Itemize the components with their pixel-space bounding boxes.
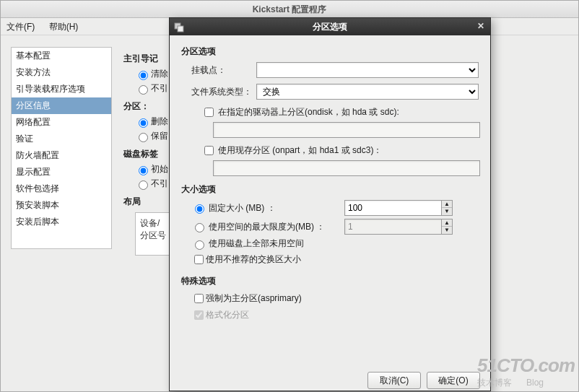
window-icon bbox=[174, 21, 184, 31]
part-keep-radio[interactable] bbox=[139, 133, 148, 142]
fs-select[interactable]: 交换 bbox=[256, 84, 479, 100]
asprimary-label: 强制为主分区(asprimary) bbox=[206, 292, 302, 305]
sidebar-item-partition[interactable]: 分区信息 bbox=[12, 97, 111, 114]
max-size-spinner[interactable]: ▲▼ bbox=[441, 219, 453, 235]
sidebar-item-post[interactable]: 安装后脚本 bbox=[12, 214, 111, 230]
mbr-no-label: 不引 bbox=[151, 83, 168, 93]
fixed-size-input[interactable] bbox=[344, 200, 441, 216]
sidebar-item-network[interactable]: 网络配置 bbox=[12, 114, 111, 131]
max-size-input[interactable] bbox=[344, 219, 441, 235]
cancel-button[interactable]: 取消(C) bbox=[367, 372, 421, 389]
mount-label: 挂载点： bbox=[191, 64, 256, 77]
max-size-radio[interactable] bbox=[195, 223, 204, 232]
dialog-title-text: 分区选项 bbox=[313, 22, 347, 32]
ondisk-label: 在指定的驱动器上分区(ondisk，如 hda 或 sdc): bbox=[218, 106, 399, 118]
disklabel-no-label: 不引 bbox=[151, 178, 168, 188]
max-size-label: 使用空间的最大限度为(MB) ： bbox=[209, 221, 336, 233]
dialog-body: 分区选项 挂载点： 文件系统类型： 交换 在指定的驱动器上分区(ondisk，如… bbox=[170, 35, 490, 329]
sidebar-item-auth[interactable]: 验证 bbox=[12, 131, 111, 147]
noswap-label: 使用不推荐的交换区大小 bbox=[206, 253, 301, 266]
mbr-clear-label: 清除 bbox=[151, 69, 168, 79]
watermark-sub: 技术博客 bbox=[477, 378, 512, 388]
sidebar-item-firewall[interactable]: 防火墙配置 bbox=[12, 147, 111, 164]
grow-label: 使用磁盘上全部未用空间 bbox=[209, 238, 304, 250]
section-size-title: 大小选项 bbox=[181, 183, 479, 196]
part-del-label: 删除 bbox=[151, 116, 168, 126]
fs-label: 文件系统类型： bbox=[191, 86, 256, 98]
sidebar-item-packages[interactable]: 软件包选择 bbox=[12, 180, 111, 197]
close-icon[interactable]: ✕ bbox=[476, 21, 486, 31]
part-del-radio[interactable] bbox=[139, 118, 148, 128]
asprimary-checkbox[interactable] bbox=[194, 294, 204, 303]
menu-help[interactable]: 帮助(H) bbox=[49, 22, 79, 32]
onpart-checkbox[interactable] bbox=[204, 146, 214, 155]
disklabel-init-label: 初始 bbox=[151, 164, 168, 174]
onpart-label: 使用现存分区 (onpart，如 hda1 或 sdc3)： bbox=[218, 144, 382, 157]
fixed-size-spinner[interactable]: ▲▼ bbox=[441, 200, 453, 216]
ondisk-input[interactable] bbox=[213, 122, 480, 138]
onpart-input[interactable] bbox=[213, 160, 480, 176]
format-label: 格式化分区 bbox=[206, 309, 249, 321]
sidebar-item-display[interactable]: 显示配置 bbox=[12, 164, 111, 180]
disklabel-no-radio[interactable] bbox=[139, 180, 148, 190]
noswap-checkbox[interactable] bbox=[194, 255, 204, 264]
section-partition-title: 分区选项 bbox=[181, 45, 479, 58]
dialog-titlebar: 分区选项 ✕ bbox=[170, 18, 490, 35]
fixed-size-label: 固定大小 (MB) ： bbox=[209, 202, 336, 214]
mbr-clear-radio[interactable] bbox=[139, 71, 148, 80]
grow-radio[interactable] bbox=[195, 240, 204, 250]
sidebar-item-pre[interactable]: 预安装脚本 bbox=[12, 197, 111, 214]
ok-button[interactable]: 确定(O) bbox=[427, 372, 480, 389]
menu-file[interactable]: 文件(F) bbox=[6, 22, 35, 32]
fixed-size-radio[interactable] bbox=[195, 204, 204, 214]
main-title: Kickstart 配置程序 bbox=[1, 1, 578, 18]
ondisk-checkbox[interactable] bbox=[204, 108, 214, 117]
sidebar-item-install[interactable]: 安装方法 bbox=[12, 64, 111, 81]
svg-rect-1 bbox=[178, 26, 183, 32]
watermark-blog: Blog bbox=[526, 378, 544, 388]
part-keep-label: 保留 bbox=[151, 131, 168, 141]
mbr-no-radio[interactable] bbox=[139, 85, 148, 95]
watermark-logo: 51CTO.com bbox=[477, 354, 575, 376]
mount-select[interactable] bbox=[256, 62, 479, 78]
watermark: 51CTO.com 技术博客 Blog bbox=[477, 354, 575, 389]
section-special-title: 特殊选项 bbox=[181, 275, 479, 287]
sidebar-item-boot[interactable]: 引导装载程序选项 bbox=[12, 81, 111, 97]
format-checkbox bbox=[194, 310, 204, 320]
disklabel-init-radio[interactable] bbox=[139, 166, 148, 175]
sidebar: 基本配置 安装方法 引导装载程序选项 分区信息 网络配置 验证 防火墙配置 显示… bbox=[11, 47, 112, 249]
sidebar-item-basic[interactable]: 基本配置 bbox=[12, 48, 111, 64]
partition-options-dialog: 分区选项 ✕ 分区选项 挂载点： 文件系统类型： 交换 在指定的驱动器上分区(o… bbox=[169, 17, 491, 391]
